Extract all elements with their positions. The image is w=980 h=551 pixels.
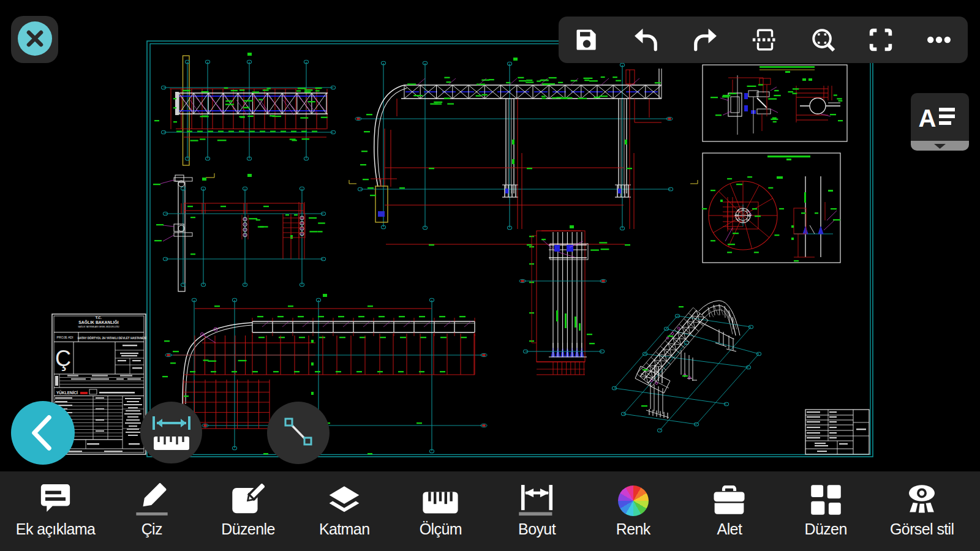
svg-text:PROJE ADI: PROJE ADI (56, 335, 73, 339)
svg-text:A: A (919, 105, 937, 132)
svg-text:SAĞLIK BAKANLIĞI: SAĞLIK BAKANLIĞI (78, 320, 118, 324)
svg-text:T.C.: T.C. (96, 316, 102, 320)
svg-text:SAĞLIK YATIRIMLARI GENEL MÜDÜR: SAĞLIK YATIRIMLARI GENEL MÜDÜRLÜĞÜ (78, 325, 119, 328)
svg-text:Ç: Ç (55, 346, 71, 371)
svg-text:HATAY DÖRTYOL 2H YATAKLI DEVLE: HATAY DÖRTYOL 2H YATAKLI DEVLET HASTANES… (78, 336, 146, 340)
svg-text:YÜKLENİCİ: YÜKLENİCİ (56, 390, 78, 395)
